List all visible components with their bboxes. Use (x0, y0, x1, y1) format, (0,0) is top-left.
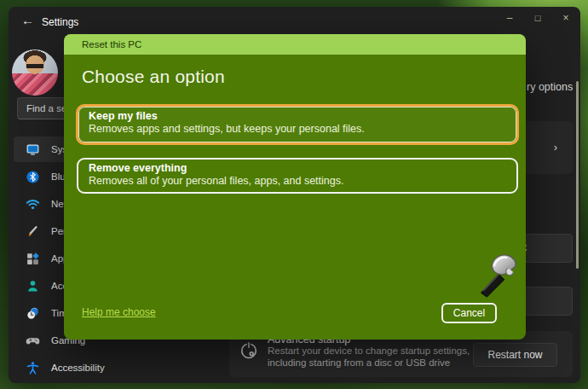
time-icon (26, 306, 40, 321)
cancel-button[interactable]: Cancel (441, 303, 497, 323)
accounts-icon (26, 279, 40, 293)
accessibility-icon (26, 361, 40, 375)
hammer-cursor-icon (470, 247, 522, 299)
personalization-icon (26, 224, 40, 239)
maximize-icon[interactable]: □ (524, 7, 551, 29)
sidebar-item-accessibility[interactable]: Accessibility (14, 355, 222, 380)
dialog-heading: Choose an option (82, 67, 225, 87)
scrollbar[interactable] (576, 81, 579, 269)
window-title: Settings (42, 16, 78, 28)
option-description: Removes all of your personal files, apps… (89, 175, 506, 187)
advanced-startup-icon (239, 341, 258, 360)
apps-icon (26, 252, 40, 266)
dialog-title: Reset this PC (64, 34, 526, 55)
sidebar-item-label: Accessibility (51, 363, 105, 373)
network-icon (26, 197, 40, 212)
bluetooth-icon (26, 170, 40, 184)
option-keep-my-files[interactable]: Keep my files Removes apps and settings,… (76, 104, 519, 145)
minimize-icon[interactable]: – (496, 7, 523, 29)
recovery-options-header-fragment: ry options (527, 81, 573, 93)
back-arrow-icon[interactable]: ← (21, 13, 34, 27)
avatar[interactable] (12, 49, 58, 96)
cancel-label: Cancel (453, 307, 485, 319)
option-title: Keep my files (89, 110, 506, 122)
chevron-right-icon: › (554, 141, 557, 154)
close-icon[interactable]: × (552, 7, 579, 29)
help-me-choose-link[interactable]: Help me choose (82, 306, 156, 318)
advanced-startup-description: Restart your device to change startup se… (268, 345, 482, 369)
option-description: Removes apps and settings, but keeps you… (89, 123, 506, 135)
settings-window: ← Settings – □ × Find a set Syst Blue Ne… (9, 7, 580, 383)
restart-now-button[interactable]: Restart now (473, 343, 557, 367)
option-remove-everything[interactable]: Remove everything Removes all of your pe… (77, 158, 518, 194)
option-title: Remove everything (89, 162, 506, 174)
system-icon (26, 142, 40, 157)
reset-pc-dialog: Reset this PC Choose an option Keep my f… (64, 34, 526, 340)
gaming-icon (26, 334, 40, 348)
restart-now-label: Restart now (487, 349, 542, 361)
